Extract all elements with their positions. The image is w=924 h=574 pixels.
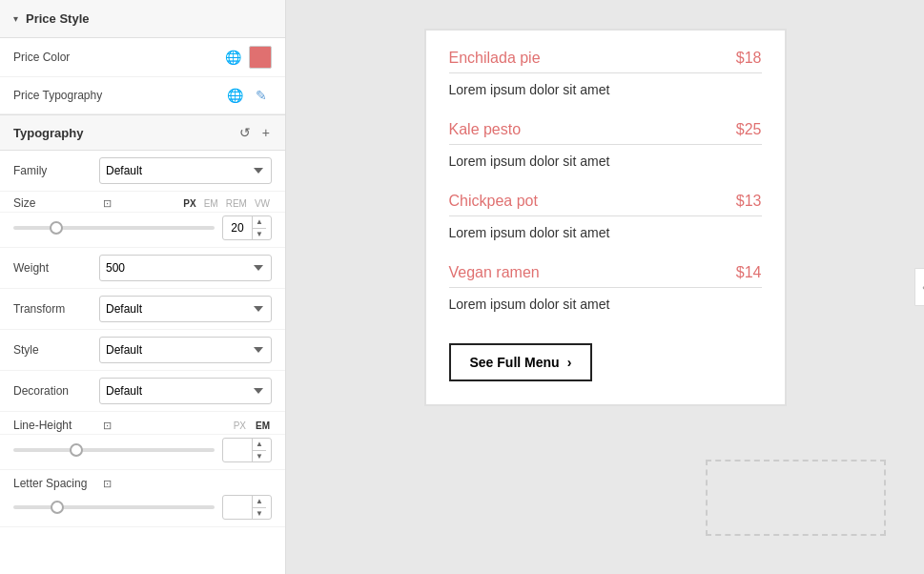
menu-item-price: $25 — [736, 121, 762, 138]
menu-item: Chickpea pot $13 Lorem ipsum dolor sit a… — [449, 193, 762, 241]
typography-actions: ↺ + — [237, 123, 272, 142]
price-style-section-header[interactable]: ▾ Price Style — [0, 0, 285, 38]
line-height-value-input[interactable] — [223, 443, 252, 457]
weight-row: Weight 500 400 600 700 — [0, 248, 285, 289]
lh-unit-em[interactable]: EM — [254, 420, 272, 432]
chevron-down-icon: ▾ — [13, 13, 18, 24]
price-color-controls: 🌐 — [222, 46, 272, 69]
globe-icon-typography[interactable]: 🌐 — [224, 85, 245, 106]
menu-item-divider — [449, 144, 762, 145]
menu-item-divider — [449, 287, 762, 288]
price-color-swatch[interactable] — [249, 46, 272, 69]
decoration-label: Decoration — [13, 384, 99, 398]
letter-spacing-decrement-button[interactable]: ▼ — [253, 508, 266, 520]
line-height-label: Line-Height — [13, 419, 99, 432]
line-height-row: Line-Height ⊡ PX EM — [0, 412, 285, 435]
menu-item-name: Enchilada pie — [449, 50, 541, 67]
size-label: Size — [13, 196, 99, 210]
collapse-handle[interactable]: ‹ — [914, 268, 924, 306]
menu-item-name: Chickpea pot — [449, 193, 538, 210]
menu-item-name: Vegan ramen — [449, 264, 540, 281]
menu-item-price: $14 — [736, 264, 762, 281]
menu-item-divider — [449, 72, 762, 73]
menu-item-desc: Lorem ipsum dolor sit amet — [449, 225, 610, 240]
price-typography-row: Price Typography 🌐 ✎ — [0, 77, 285, 114]
typography-header: Typography ↺ + — [0, 115, 285, 151]
transform-row: Transform Default — [0, 289, 285, 330]
weight-select[interactable]: 500 400 600 700 — [99, 255, 272, 281]
decoration-select[interactable]: Default — [99, 378, 272, 404]
letter-spacing-spin-buttons: ▲ ▼ — [252, 496, 266, 520]
line-height-slider[interactable] — [13, 448, 215, 452]
decoration-row: Decoration Default — [0, 371, 285, 412]
letter-spacing-row: Letter Spacing ⊡ — [0, 470, 285, 492]
line-height-units: PX EM — [232, 420, 272, 432]
letter-spacing-slider-row: ▲ ▼ — [0, 492, 285, 527]
dashed-placeholder — [706, 460, 886, 536]
unit-rem[interactable]: REM — [224, 197, 249, 210]
menu-item: Kale pesto $25 Lorem ipsum dolor sit ame… — [449, 121, 762, 170]
price-typography-controls: 🌐 ✎ — [224, 85, 272, 106]
line-height-decrement-button[interactable]: ▼ — [253, 451, 266, 462]
line-height-slider-row: ▲ ▼ — [0, 435, 285, 470]
transform-label: Transform — [13, 302, 99, 316]
menu-item-header: Chickpea pot $13 — [449, 193, 762, 210]
menu-item-header: Kale pesto $25 — [449, 121, 762, 138]
line-height-label-group: Line-Height ⊡ — [13, 419, 99, 432]
menu-item-price: $13 — [736, 193, 762, 210]
section-title: Price Style — [26, 11, 90, 26]
letter-spacing-label-group: Letter Spacing ⊡ — [13, 477, 99, 490]
edit-icon[interactable]: ✎ — [251, 85, 272, 106]
weight-label: Weight — [13, 261, 99, 275]
typography-reset-button[interactable]: ↺ — [237, 123, 253, 142]
size-value-input[interactable] — [223, 221, 252, 235]
menu-item-header: Enchilada pie $18 — [449, 50, 762, 67]
menu-item: Vegan ramen $14 Lorem ipsum dolor sit am… — [449, 264, 762, 313]
menu-item-desc: Lorem ipsum dolor sit amet — [449, 82, 610, 97]
menu-item-name: Kale pesto — [449, 121, 522, 138]
see-menu-button[interactable]: See Full Menu › — [449, 343, 593, 381]
unit-em[interactable]: EM — [202, 197, 220, 210]
letter-spacing-slider[interactable] — [13, 505, 215, 509]
size-spin-buttons: ▲ ▼ — [252, 216, 266, 240]
typography-panel: Typography ↺ + Family Default Size ⊡ PX … — [0, 114, 285, 527]
style-label: Style — [13, 343, 99, 357]
left-panel: ▾ Price Style Price Color 🌐 Price Typogr… — [0, 0, 286, 574]
line-height-monitor-icon: ⊡ — [103, 420, 112, 432]
size-slider[interactable] — [13, 226, 215, 230]
globe-icon[interactable]: 🌐 — [222, 47, 243, 68]
line-height-increment-button[interactable]: ▲ — [253, 439, 266, 451]
transform-select[interactable]: Default — [99, 296, 272, 322]
canvas-area: ‹ Enchilada pie $18 Lorem ipsum dolor si… — [286, 0, 924, 574]
price-typography-label: Price Typography — [13, 89, 224, 102]
size-slider-row: ▲ ▼ — [0, 213, 285, 248]
line-height-spin-buttons: ▲ ▼ — [252, 439, 266, 462]
monitor-icon: ⊡ — [103, 197, 112, 210]
menu-item-divider — [449, 215, 762, 216]
style-row: Style Default — [0, 330, 285, 371]
size-label-group: Size ⊡ — [13, 196, 99, 210]
typography-title: Typography — [13, 126, 83, 140]
letter-spacing-value-input[interactable] — [223, 501, 252, 514]
price-color-row: Price Color 🌐 — [0, 38, 285, 77]
family-label: Family — [13, 164, 99, 177]
size-increment-button[interactable]: ▲ — [253, 216, 266, 229]
size-decrement-button[interactable]: ▼ — [253, 229, 266, 240]
lh-unit-px[interactable]: PX — [232, 420, 248, 432]
size-row: Size ⊡ PX EM REM VW — [0, 192, 285, 213]
unit-px[interactable]: PX — [181, 197, 197, 210]
unit-vw[interactable]: VW — [253, 197, 272, 210]
style-select[interactable]: Default — [99, 337, 272, 363]
menu-card: Enchilada pie $18 Lorem ipsum dolor sit … — [424, 29, 787, 406]
letter-spacing-label: Letter Spacing — [13, 477, 99, 490]
family-select[interactable]: Default — [99, 157, 272, 184]
see-menu-label: See Full Menu — [470, 355, 560, 370]
typography-add-button[interactable]: + — [260, 123, 272, 142]
price-color-label: Price Color — [13, 51, 222, 64]
letter-spacing-number-input: ▲ ▼ — [222, 495, 272, 520]
see-menu-arrow: › — [567, 355, 572, 370]
size-number-input: ▲ ▼ — [222, 215, 272, 240]
menu-item: Enchilada pie $18 Lorem ipsum dolor sit … — [449, 50, 762, 98]
letter-spacing-increment-button[interactable]: ▲ — [253, 496, 266, 508]
menu-item-price: $18 — [736, 50, 762, 67]
